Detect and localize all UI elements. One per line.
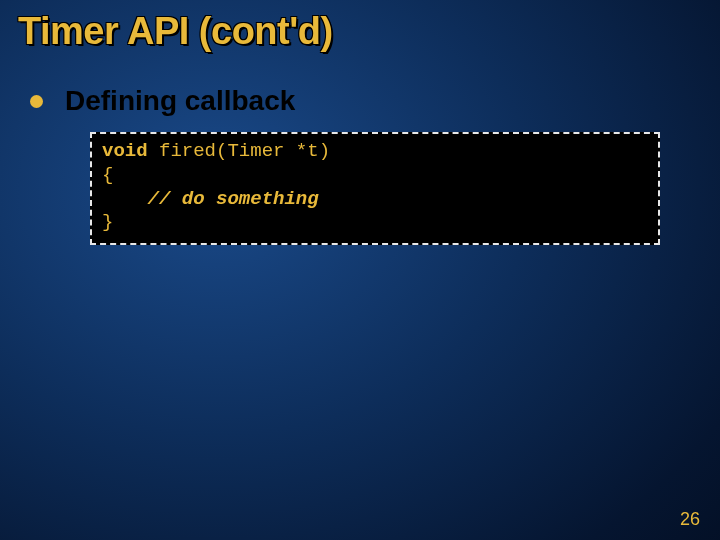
code-text: } bbox=[102, 211, 113, 233]
code-comment: // do something bbox=[148, 188, 319, 210]
bullet-item: Defining callback bbox=[30, 85, 295, 117]
code-indent bbox=[102, 188, 148, 210]
code-block: void fired(Timer *t) { // do something } bbox=[90, 132, 660, 245]
bullet-text: Defining callback bbox=[65, 85, 295, 117]
bullet-icon bbox=[30, 95, 43, 108]
code-text: fired(Timer *t) bbox=[148, 140, 330, 162]
slide-title: Timer API (cont'd) bbox=[18, 10, 333, 53]
code-keyword: void bbox=[102, 140, 148, 162]
page-number: 26 bbox=[680, 509, 700, 530]
code-text: { bbox=[102, 164, 113, 186]
